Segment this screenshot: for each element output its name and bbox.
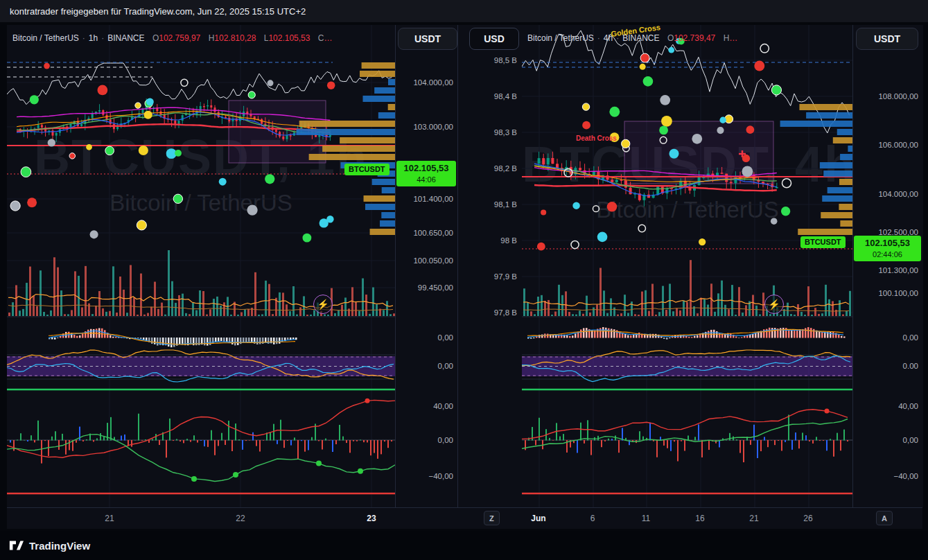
left-price-axis[interactable]: USDT 104.000,00 103.000,00 101.400,00 10… xyxy=(395,25,458,507)
price-label: 100.050,00 xyxy=(413,256,453,265)
price-label: 103.000,00 xyxy=(413,123,453,131)
ohlc-label: H xyxy=(203,33,215,43)
price-label: 104.000,00 xyxy=(878,190,918,198)
mid-currency-button[interactable]: USD xyxy=(469,28,519,50)
lightning-icon[interactable]: ⚡ xyxy=(313,295,333,314)
indicator-label: 0,00 xyxy=(438,362,453,370)
ohlc-label: O xyxy=(147,33,159,43)
left-chart-pane[interactable]: BTCUSDT, 1h Bitcoin / TetherUS Bitcoin /… xyxy=(7,25,395,507)
share-title: kontratrader freigegeben für TradingView… xyxy=(10,6,306,17)
ohlc-label: H xyxy=(718,33,730,43)
usd-axis-label: 98,3 B xyxy=(494,128,517,137)
autoscale-button[interactable]: A xyxy=(876,511,893,525)
header-bar: kontratrader freigegeben für TradingView… xyxy=(0,0,928,22)
legend-separator: · xyxy=(98,33,107,43)
ohlc-value: 102.759,97 xyxy=(159,33,200,43)
indicator-label: 0,00 xyxy=(903,436,918,444)
ohlc-label: O xyxy=(662,33,674,43)
usd-axis-label: 98,1 B xyxy=(494,200,517,209)
brand-name[interactable]: TradingView xyxy=(29,540,90,552)
tradingview-screen: kontratrader freigegeben für TradingView… xyxy=(0,0,928,560)
last-price: 102.105,53 xyxy=(396,163,456,175)
usd-axis-label: 98,4 B xyxy=(494,92,517,100)
time-label: 16 xyxy=(695,514,704,523)
usd-axis-label: 98 B xyxy=(500,236,517,245)
legend-exchange: BINANCE xyxy=(107,33,144,43)
bar-countdown: 44:06 xyxy=(396,175,456,184)
usd-axis-label: 98,2 B xyxy=(494,164,517,173)
ohlc-label: C xyxy=(313,33,324,43)
legend-separator: · xyxy=(594,33,604,43)
footer-bar: TradingView xyxy=(0,531,928,560)
left-chart-canvas xyxy=(7,25,395,507)
indicator-label: 0.00 xyxy=(903,362,918,370)
lightning-icon[interactable]: ⚡ xyxy=(764,295,784,314)
ohlc-value: 102.105,53 xyxy=(268,33,310,43)
right-chart-canvas xyxy=(522,25,853,507)
ohlc-value: 102.739,47 xyxy=(674,33,715,43)
time-label: 21 xyxy=(749,514,758,523)
time-label: 22 xyxy=(236,514,245,523)
left-currency-button[interactable]: USDT xyxy=(398,28,457,50)
right-price-axis[interactable]: USDT 108.000,00 106.000,00 104.000,00 10… xyxy=(852,25,923,507)
time-label: 21 xyxy=(105,514,114,523)
price-label: 100.100,00 xyxy=(878,289,918,297)
bar-countdown: 02:44:06 xyxy=(854,250,921,259)
usd-axis-label: 98,5 B xyxy=(494,56,517,64)
left-price-tag: 102.105,53 44:06 xyxy=(396,161,456,186)
indicator-label: 0,00 xyxy=(903,333,918,342)
price-label: 108.000,00 xyxy=(878,92,918,100)
price-label: 104.000,00 xyxy=(413,78,453,87)
last-price: 102.105,53 xyxy=(854,238,921,250)
right-currency-button[interactable]: USDT xyxy=(856,28,918,50)
usd-axis-label: 97,8 B xyxy=(494,308,517,317)
right-symbol-price-flag: BTCUSDT xyxy=(800,236,846,248)
ohlc-value: … xyxy=(324,33,332,43)
indicator-label: 40,00 xyxy=(898,402,918,410)
legend-symbol: Bitcoin / TetherUS xyxy=(527,33,594,43)
left-symbol-legend[interactable]: Bitcoin / TetherUS·1h·BINANCE O102.759,9… xyxy=(12,33,332,43)
time-label: 23 xyxy=(367,514,376,523)
right-price-tag: 102.105,53 02:44:06 xyxy=(854,236,921,261)
price-label: 99.450,00 xyxy=(418,283,453,292)
indicator-label: −40,00 xyxy=(429,472,454,480)
death-cross-annotation: Death Cross xyxy=(576,134,617,142)
right-chart-pane[interactable]: BTCUSDT, 4h Bitcoin / TetherUS Bitcoin /… xyxy=(521,25,853,507)
time-label: 6 xyxy=(590,514,595,523)
price-label: 101.400,00 xyxy=(413,195,453,203)
price-label: 106.000,00 xyxy=(878,141,918,149)
tradingview-logo-icon[interactable] xyxy=(8,538,24,553)
price-label: 100.650,00 xyxy=(413,229,453,237)
ohlc-value: 102.810,28 xyxy=(214,33,256,43)
indicator-label: 0,00 xyxy=(438,436,453,444)
legend-interval: 1h xyxy=(89,33,98,43)
right-chart-usd-axis[interactable]: USD 98,5 B 98,4 B 98,3 B 98,2 B 98,1 B 9… xyxy=(457,25,522,507)
indicator-label: 40,00 xyxy=(433,402,453,410)
time-label: 26 xyxy=(803,514,812,523)
legend-separator: · xyxy=(79,33,89,43)
ohlc-value: … xyxy=(729,33,737,43)
indicator-label: −40,00 xyxy=(894,472,919,480)
time-label: Jun xyxy=(531,514,545,523)
time-label: 11 xyxy=(642,514,650,523)
left-symbol-price-flag: BTCUSDT xyxy=(344,164,389,175)
indicator-label: 0,00 xyxy=(438,333,453,342)
legend-symbol: Bitcoin / TetherUS xyxy=(12,33,79,43)
timezone-button[interactable]: Z xyxy=(484,511,500,525)
ohlc-label: L xyxy=(259,33,269,43)
time-axis[interactable]: 21 22 23 Jun 6 11 16 21 26 Z A xyxy=(7,507,922,529)
usd-axis-label: 97,9 B xyxy=(494,272,517,281)
price-label: 101.300,00 xyxy=(878,266,918,274)
